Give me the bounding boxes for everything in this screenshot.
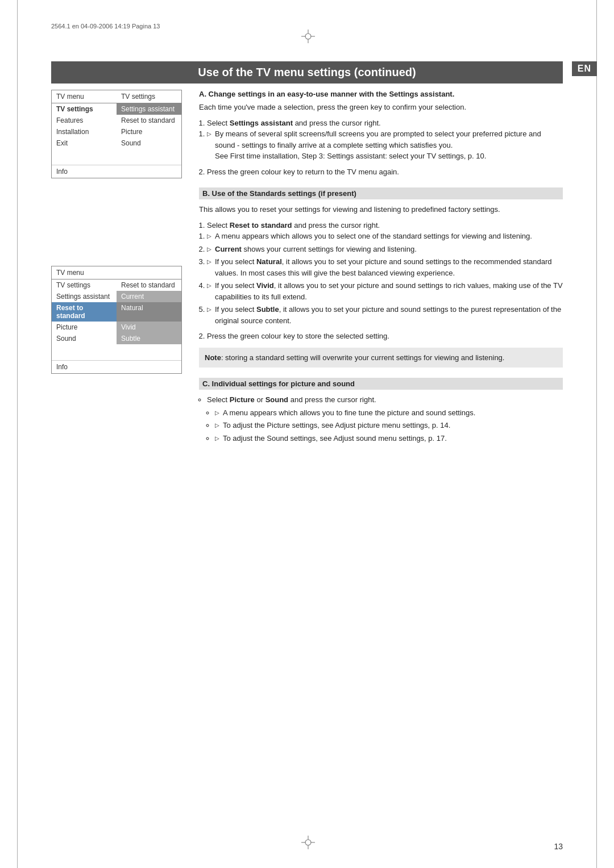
- menu-box-1-r1-c1: TV settings: [52, 103, 117, 115]
- menu-box-2-r1-c1: TV settings: [52, 279, 117, 291]
- section-c-subbullets: A menu appears which allows you to fine …: [215, 407, 563, 444]
- crosshair-top-icon: [301, 30, 315, 45]
- menu-box-1-header: TV menu TV settings: [52, 90, 181, 103]
- menu-box-1-row-1: TV settings Settings assistant: [52, 103, 181, 115]
- header-meta: 2564.1 en 04-09-2006 14:19 Pagina 13: [51, 23, 160, 30]
- menu-box-2-footer: Info: [52, 360, 181, 373]
- crosshair-bottom-icon: [301, 836, 315, 851]
- section-a-step-1: Select Settings assistant and press the …: [207, 118, 563, 162]
- menu-box-2-r2-c1: Settings assistant: [52, 291, 117, 302]
- left-column: TV menu TV settings TV settings Settings…: [51, 90, 188, 834]
- section-a-paragraph: Each time you've made a selection, press…: [199, 102, 563, 113]
- menu-box-2-r5-c1: Sound: [52, 333, 117, 344]
- menu-box-2-row-2: Settings assistant Current: [52, 291, 181, 302]
- section-c-item-1: Select Picture or Sound and press the cu…: [207, 394, 563, 444]
- section-b-bullet-2: Current shows your current settings for …: [207, 244, 563, 255]
- page-border-right: [596, 0, 597, 868]
- menu-box-1-r2-c2: Reset to standard: [117, 115, 181, 126]
- section-b-heading: B. Use of the Standards settings (if pre…: [199, 187, 563, 199]
- svg-point-5: [305, 840, 311, 845]
- menu-box-2-col1-header: TV menu: [52, 266, 117, 279]
- section-c-sub-1: A menu appears which allows you to fine …: [215, 407, 563, 419]
- section-b-bullet-4: If you select Vivid, it allows you to se…: [207, 280, 563, 302]
- section-c-sub-2: To adjust the Picture settings, see Adju…: [215, 420, 563, 431]
- section-b-step-2: Press the green colour key to store the …: [207, 331, 563, 342]
- menu-box-2-r3-c2: Natural: [117, 302, 181, 322]
- section-c-items: Select Picture or Sound and press the cu…: [199, 394, 563, 444]
- section-b-steps: Select Reset to standard and press the c…: [199, 220, 563, 342]
- menu-box-1-col2-header: TV settings: [117, 90, 181, 103]
- menu-box-1-r3-c1: Installation: [52, 126, 117, 137]
- section-a: A. Change settings in an easy-to-use man…: [199, 90, 563, 177]
- menu-box-1: TV menu TV settings TV settings Settings…: [51, 90, 182, 178]
- menu-box-1-row-2: Features Reset to standard: [52, 115, 181, 126]
- section-a-steps: Select Settings assistant and press the …: [199, 118, 563, 178]
- menu-box-2-r4-c2: Vivid: [117, 322, 181, 333]
- menu-box-2-row-4: Picture Vivid: [52, 322, 181, 333]
- section-b-step-1-bullets: A menu appears which allows you to selec…: [207, 231, 563, 326]
- content-area: TV menu TV settings TV settings Settings…: [51, 90, 563, 834]
- menu-box-2-r3-c1: Reset to standard: [52, 302, 117, 322]
- menu-box-2: TV menu TV settings Reset to standard Se…: [51, 266, 182, 374]
- section-a-heading: A. Change settings in an easy-to-use man…: [199, 90, 563, 98]
- en-badge: EN: [572, 61, 597, 76]
- left-spacer: [51, 192, 182, 266]
- menu-box-1-spacer-1: [52, 149, 181, 156]
- menu-box-1-col1-header: TV menu: [52, 90, 117, 103]
- section-b-step-1: Select Reset to standard and press the c…: [207, 220, 563, 327]
- menu-box-2-r4-c1: Picture: [52, 322, 117, 333]
- section-c-heading: C. Individual settings for picture and s…: [199, 378, 563, 390]
- menu-box-1-r2-c1: Features: [52, 115, 117, 126]
- page-border-left: [17, 0, 18, 868]
- section-a-step-1-bullets: By means of several split screens/full s…: [207, 128, 563, 162]
- section-b-paragraph: This allows you to reset your settings f…: [199, 204, 563, 215]
- menu-box-1-r4-c2: Sound: [117, 137, 181, 149]
- section-b-bullet-1: A menu appears which allows you to selec…: [207, 231, 563, 242]
- section-a-step-2: Press the green colour key to return to …: [207, 166, 563, 178]
- page-number: 13: [554, 842, 563, 851]
- menu-box-2-r1-c2: Reset to standard: [117, 279, 181, 291]
- right-column: A. Change settings in an easy-to-use man…: [188, 90, 563, 834]
- menu-box-2-col2-header: [117, 266, 181, 279]
- section-a-step-1-bullet-1: By means of several split screens/full s…: [207, 128, 563, 162]
- menu-box-2-spacer-2: [52, 351, 181, 358]
- section-b-bullet-5: If you select Subtle, it allows you to s…: [207, 304, 563, 326]
- menu-box-2-spacer-1: [52, 344, 181, 351]
- menu-box-1-r1-c2: Settings assistant: [117, 103, 181, 115]
- menu-box-2-r5-c2: Subtle: [117, 333, 181, 344]
- menu-box-1-row-3: Installation Picture: [52, 126, 181, 137]
- menu-box-2-row-5: Sound Subtle: [52, 333, 181, 344]
- menu-box-2-row-3: Reset to standard Natural: [52, 302, 181, 322]
- menu-box-2-row-1: TV settings Reset to standard: [52, 279, 181, 291]
- svg-point-0: [305, 34, 311, 39]
- page-title: Use of the TV menu settings (continued): [51, 61, 563, 84]
- note-box: Note: storing a standard setting will ov…: [199, 348, 563, 368]
- menu-box-2-header: TV menu: [52, 266, 181, 279]
- menu-box-1-spacer-2: [52, 156, 181, 162]
- menu-box-1-r4-c1: Exit: [52, 137, 117, 149]
- menu-box-1-footer: Info: [52, 165, 181, 178]
- menu-box-2-r2-c2: Current: [117, 291, 181, 302]
- menu-box-1-row-4: Exit Sound: [52, 137, 181, 149]
- section-c-sub-3: To adjust the Sound settings, see Adjust…: [215, 433, 563, 444]
- menu-box-1-r3-c2: Picture: [117, 126, 181, 137]
- section-b-bullet-3: If you select Natural, it allows you to …: [207, 256, 563, 278]
